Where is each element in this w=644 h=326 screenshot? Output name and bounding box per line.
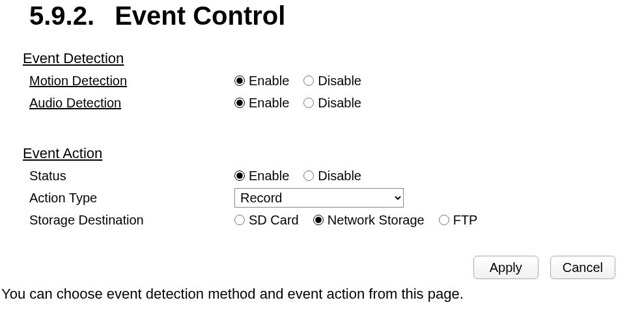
section-event-detection-title: Event Detection <box>23 50 622 67</box>
label-status: Status <box>23 169 234 183</box>
radio-motion-disable[interactable]: Disable <box>303 74 361 88</box>
radio-motion-enable-label: Enable <box>249 74 289 88</box>
select-action-type[interactable]: Record <box>234 188 404 208</box>
row-storage-destination: Storage Destination SD Card Network Stor… <box>23 210 622 230</box>
radio-audio-enable[interactable]: Enable <box>234 96 289 111</box>
radio-motion-enable-input[interactable] <box>234 75 245 86</box>
radio-status-disable-input[interactable] <box>303 170 314 181</box>
radio-status-enable-input[interactable] <box>234 170 245 181</box>
radio-status-enable-label: Enable <box>249 169 289 183</box>
radio-storage-sd-label: SD Card <box>249 213 299 228</box>
label-action-type: Action Type <box>23 191 234 206</box>
radio-storage-sd[interactable]: SD Card <box>234 213 299 228</box>
label-storage-destination: Storage Destination <box>23 213 234 228</box>
radio-storage-ftp-input[interactable] <box>439 215 449 225</box>
row-audio-detection: Audio Detection Enable Disable <box>23 93 622 113</box>
radio-storage-net-label: Network Storage <box>328 213 425 228</box>
row-status: Status Enable Disable <box>23 166 622 185</box>
footer-description: You can choose event detection method an… <box>1 286 644 303</box>
radio-status-disable-label: Disable <box>318 169 361 183</box>
radio-audio-disable-input[interactable] <box>303 98 314 108</box>
label-motion-detection[interactable]: Motion Detection <box>23 74 234 88</box>
radio-status-disable[interactable]: Disable <box>303 169 361 183</box>
heading-number: 5.9.2. <box>29 1 107 31</box>
row-motion-detection: Motion Detection Enable Disable <box>23 71 622 90</box>
radio-motion-disable-input[interactable] <box>303 75 314 86</box>
radio-storage-ftp-label: FTP <box>453 213 478 228</box>
radio-storage-net-input[interactable] <box>313 215 324 225</box>
heading-title: Event Control <box>115 1 285 30</box>
radio-storage-net[interactable]: Network Storage <box>313 213 425 228</box>
radio-audio-disable-label: Disable <box>318 96 361 111</box>
radio-storage-sd-input[interactable] <box>234 215 245 225</box>
section-event-action-title: Event Action <box>23 145 622 162</box>
radio-status-enable[interactable]: Enable <box>234 169 289 183</box>
page-heading: 5.9.2. Event Control <box>29 1 644 31</box>
radio-audio-disable[interactable]: Disable <box>303 96 361 111</box>
radio-storage-ftp[interactable]: FTP <box>439 213 478 228</box>
radio-motion-disable-label: Disable <box>318 74 361 88</box>
radio-motion-enable[interactable]: Enable <box>234 74 289 88</box>
apply-button[interactable]: Apply <box>473 256 539 279</box>
radio-audio-enable-label: Enable <box>249 96 289 111</box>
radio-audio-enable-input[interactable] <box>234 98 245 108</box>
row-action-type: Action Type Record <box>23 188 622 208</box>
cancel-button[interactable]: Cancel <box>550 256 615 279</box>
label-audio-detection[interactable]: Audio Detection <box>23 96 234 111</box>
